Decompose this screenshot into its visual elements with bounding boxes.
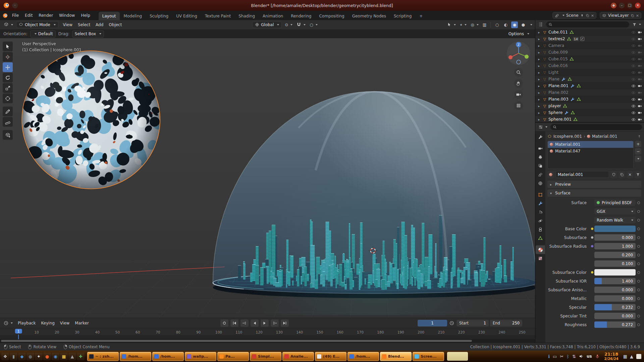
menu-help[interactable]: Help <box>78 11 93 19</box>
hide-eye-icon[interactable] <box>631 43 636 48</box>
orthographic-toggle-icon[interactable] <box>514 101 523 110</box>
tray-calendar-icon[interactable]: ▦ <box>623 354 627 359</box>
shading-dropdown-icon[interactable] <box>530 24 532 25</box>
expand-icon[interactable]: ▸ <box>537 84 541 88</box>
expand-icon[interactable]: ▸ <box>537 71 541 74</box>
tab-modeling[interactable]: Modeling <box>120 12 146 20</box>
show-desktop-corner[interactable] <box>636 354 641 359</box>
viewport-menu-add[interactable]: Add <box>93 21 106 28</box>
menu-file[interactable]: File <box>9 11 22 19</box>
launcher-monitor-icon[interactable]: ▲ <box>68 353 76 360</box>
hide-eye-icon[interactable] <box>631 30 636 35</box>
properties-search-input[interactable] <box>550 124 642 130</box>
disable-render-icon[interactable] <box>637 104 642 109</box>
pan-hand-icon[interactable] <box>514 79 523 88</box>
outliner-row-player[interactable]: ▸▽player <box>535 103 644 109</box>
disable-render-icon[interactable] <box>637 83 642 88</box>
keyframe-dot[interactable] <box>636 289 641 291</box>
hide-eye-icon[interactable] <box>631 70 636 75</box>
expand-icon[interactable]: ▸ <box>537 77 541 81</box>
expand-icon[interactable]: ▸ <box>537 31 541 34</box>
launcher-files-icon[interactable]: ◆ <box>18 353 26 360</box>
value-field-item[interactable]: 0.100 <box>594 260 636 267</box>
taskbar-window-3-wallp[interactable]: wallp... <box>185 352 216 361</box>
expand-icon[interactable]: ▸ <box>537 91 541 95</box>
remove-slot-button[interactable]: − <box>635 148 641 155</box>
pin-icon[interactable] <box>580 14 584 17</box>
window-theme-button[interactable]: ◆ <box>611 3 616 8</box>
editor-type-properties-icon[interactable] <box>537 124 548 130</box>
hide-eye-icon[interactable] <box>631 57 636 62</box>
keyframe-dot[interactable] <box>636 210 641 213</box>
tray-clipboard-icon[interactable]: ✂ <box>560 354 564 359</box>
mesh-data-icon[interactable] <box>576 97 581 102</box>
tab-compositing[interactable]: Compositing <box>315 12 348 20</box>
disable-render-icon[interactable] <box>637 50 642 55</box>
dropdown-ggx[interactable]: GGX <box>594 208 636 215</box>
outliner-row-plane[interactable]: ▸▽Plane <box>535 76 644 82</box>
dropdown-random-walk[interactable]: Random Walk <box>594 217 636 223</box>
launcher-media-icon[interactable]: ● <box>43 353 51 360</box>
mesh-data-icon[interactable] <box>573 117 578 122</box>
window-close-button[interactable]: × <box>635 3 641 8</box>
shading-wireframe-icon[interactable]: ○ <box>494 21 500 28</box>
disable-render-icon[interactable] <box>637 70 642 75</box>
hide-eye-icon[interactable] <box>631 117 636 122</box>
expand-icon[interactable]: ▸ <box>537 118 541 121</box>
start-frame-field[interactable]: Start 1 <box>457 320 489 326</box>
taskbar-window-8-hom[interactable]: /hom... <box>347 352 379 361</box>
tray-network-icon[interactable]: ⇅ <box>572 354 576 359</box>
viewport-menu-select[interactable]: Select <box>75 21 93 28</box>
tool-cursor[interactable] <box>3 52 13 62</box>
keyframe-dot[interactable] <box>636 228 641 230</box>
tab-uv-editing[interactable]: UV Editing <box>172 12 201 20</box>
timeline-menu-keying[interactable]: Keying <box>39 319 57 327</box>
properties-tab-object-data[interactable] <box>536 234 545 243</box>
launcher-settings-icon[interactable]: ✚ <box>77 353 85 360</box>
screenshot-tool-button[interactable] <box>447 352 468 361</box>
editor-type-timeline-icon[interactable] <box>3 320 14 326</box>
prev-keyframe-button[interactable] <box>240 319 249 327</box>
viewport-menu-object[interactable]: Object <box>106 21 124 28</box>
editor-type-outliner-icon[interactable] <box>537 21 544 27</box>
shading-material-preview-icon[interactable]: ◉ <box>511 21 518 28</box>
slot-specials-button[interactable] <box>635 156 641 162</box>
hide-eye-icon[interactable] <box>631 110 636 115</box>
blender-menu-icon[interactable] <box>3 13 8 18</box>
tool-transform[interactable] <box>3 94 13 103</box>
hide-eye-icon[interactable] <box>631 37 636 42</box>
properties-tab-output[interactable] <box>536 153 545 162</box>
viewport-menu-view[interactable]: View <box>60 21 75 28</box>
properties-tab-scene[interactable] <box>536 170 545 179</box>
tab-layout[interactable]: Layout <box>99 12 120 20</box>
drag-setting-dropdown[interactable]: Select Box <box>72 31 104 38</box>
material-name-field[interactable]: Material.001 <box>555 171 609 178</box>
tool-annotate[interactable] <box>3 107 13 116</box>
breadcrumb-object[interactable]: Icosphere.001 <box>553 134 582 139</box>
keyframe-dot[interactable] <box>636 297 641 300</box>
value-field-specular-tint[interactable]: 0.000 <box>594 313 636 319</box>
tool-add-cube[interactable] <box>3 130 13 140</box>
overlays-toggle-icon[interactable]: ◎ <box>470 22 479 28</box>
launcher-browser-icon[interactable]: ✦ <box>35 353 43 360</box>
expand-icon[interactable]: ▸ <box>537 104 541 108</box>
tool-move[interactable] <box>3 62 13 72</box>
value-field-subsurface-aniso[interactable]: 0.000 <box>594 287 636 293</box>
taskbar-window-5-simpl[interactable]: Simpl... <box>250 352 281 361</box>
hide-eye-icon[interactable] <box>631 104 636 109</box>
mesh-data-icon[interactable] <box>569 57 574 62</box>
next-keyframe-button[interactable] <box>271 319 279 327</box>
tray-show-desktop-icon[interactable]: ▲ <box>630 354 633 359</box>
mesh-data-icon[interactable] <box>569 30 574 35</box>
pivot-point-icon[interactable]: ⊙ <box>284 22 293 28</box>
outliner-row-plane-001[interactable]: ▸▽Plane.001 <box>535 82 644 89</box>
properties-tab-modifiers[interactable] <box>536 199 545 208</box>
outliner-row-cube-015[interactable]: ▸▽Cube.015 <box>535 56 644 62</box>
outliner-row-light[interactable]: ▸▽Light <box>535 69 644 76</box>
hide-eye-icon[interactable] <box>631 90 636 95</box>
outliner-row-cube-011[interactable]: ▸▽Cube.011 <box>535 29 644 36</box>
jump-to-end-button[interactable] <box>281 319 289 327</box>
surface-section-header[interactable]: ▾ Surface <box>547 189 641 197</box>
timeline-scrollbar[interactable] <box>1 340 472 342</box>
value-field-subsurface-radius[interactable]: 1.000 <box>594 243 636 249</box>
